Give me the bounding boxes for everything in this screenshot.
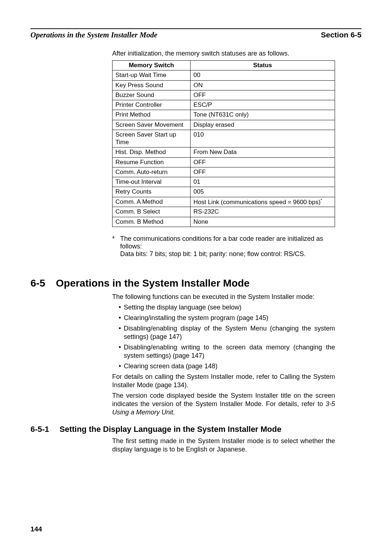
paragraph: The following functions can be executed … <box>112 293 335 301</box>
list-item: Disabling/enabling display of the System… <box>119 324 335 341</box>
table-row: Resume FunctionOFF <box>113 157 335 167</box>
top-rule <box>30 28 362 29</box>
table-row: Retry Counts005 <box>113 187 335 197</box>
content: After initialization, the memory switch … <box>30 50 362 454</box>
footnote-mark: * <box>112 235 120 250</box>
page: Operations in the System Installer Mode … <box>0 0 392 555</box>
table-row: Start-up Wait Time00 <box>113 70 335 80</box>
subsection-heading: 6-5-1 Setting the Display Language in th… <box>30 425 362 434</box>
list-item: Setting the display language (see below) <box>119 303 335 312</box>
table-row: Comm. Auto-returnOFF <box>113 167 335 177</box>
table-row: Screen Saver MovementDisplay erased <box>113 120 335 130</box>
footnote: * The communications conditions for a ba… <box>112 235 335 258</box>
table-intro: After initialization, the memory switch … <box>112 50 362 57</box>
memory-switch-table: Memory Switch Status Start-up Wait Time0… <box>112 60 335 227</box>
col-header-memory-switch: Memory Switch <box>113 61 191 70</box>
list-item: Clearing/installing the system program (… <box>119 314 335 322</box>
subsection-body: The first setting made in the System Ins… <box>112 437 335 454</box>
table-header-row: Memory Switch Status <box>113 61 335 70</box>
section-body: The following functions can be executed … <box>112 293 335 417</box>
col-header-status: Status <box>191 61 335 70</box>
table-row: Print MethodTone (NT631C only) <box>113 110 335 120</box>
footnote-text-2: Data bits: 7 bits; stop bit: 1 bit; pari… <box>120 250 335 258</box>
bullet-list: Setting the display language (see below)… <box>112 303 335 370</box>
table-row: Comm. A MethodHost Link (communications … <box>113 197 335 207</box>
header-right: Section 6-5 <box>321 31 362 39</box>
header-left: Operations in the System Installer Mode <box>30 31 157 40</box>
running-header: Operations in the System Installer Mode … <box>30 31 362 40</box>
table-row: Buzzer SoundOFF <box>113 90 335 100</box>
table-row: Key Press SoundON <box>113 80 335 90</box>
table-row: Printer ControllerESC/P <box>113 100 335 110</box>
table-row: Comm. B SelectRS-232C <box>113 207 335 217</box>
page-number: 144 <box>30 525 42 533</box>
paragraph: The version code displayed beside the Sy… <box>112 392 335 417</box>
table-row: Time-out Interval01 <box>113 177 335 187</box>
footnote-text: The communications conditions for a bar … <box>120 235 335 250</box>
list-item: Disabling/enabling writing to the screen… <box>119 343 335 360</box>
table-row: Comm. B MethodNone <box>113 217 335 227</box>
table-row: Screen Saver Start up Time010 <box>113 130 335 147</box>
list-item: Clearing screen data (page 148) <box>119 362 335 370</box>
section-number: 6-5 <box>30 278 56 289</box>
subsection-number: 6-5-1 <box>30 425 60 434</box>
paragraph: For details on calling the System Instal… <box>112 373 335 389</box>
paragraph: The first setting made in the System Ins… <box>112 437 335 454</box>
table-row: Hist. Disp. MethodFrom New Data <box>113 147 335 157</box>
section-title: Operations in the System Installer Mode <box>56 278 250 289</box>
subsection-title: Setting the Display Language in the Syst… <box>60 425 281 434</box>
section-heading: 6-5 Operations in the System Installer M… <box>30 278 362 289</box>
